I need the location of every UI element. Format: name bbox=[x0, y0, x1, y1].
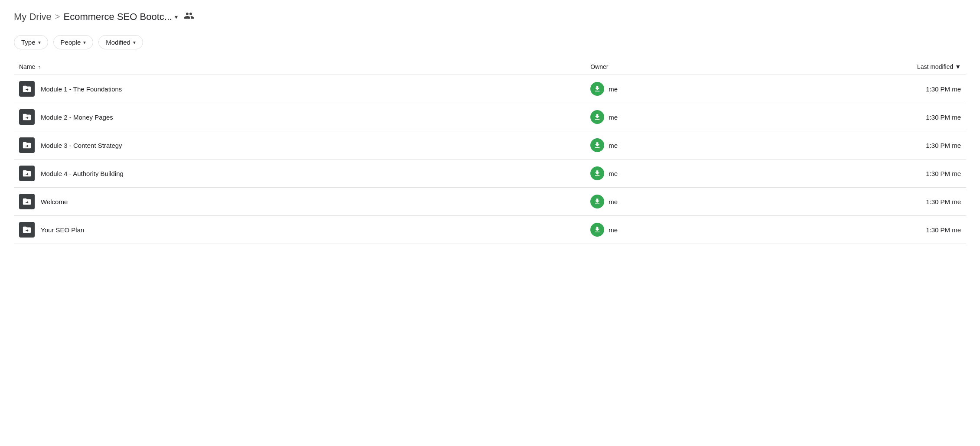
last-modified-col-label: Last modified bbox=[917, 63, 953, 70]
folder-icon bbox=[19, 109, 35, 125]
table-row[interactable]: Welcome me 1:30 PM me bbox=[14, 188, 966, 216]
current-folder-label[interactable]: Ecommerce SEO Bootc... ▾ bbox=[63, 11, 178, 23]
folder-icon bbox=[19, 81, 35, 97]
owner-name-text: me bbox=[609, 198, 618, 205]
type-filter-label: Type bbox=[21, 39, 36, 46]
name-col-label: Name bbox=[19, 63, 35, 70]
type-chevron-icon: ▾ bbox=[38, 39, 41, 46]
download-icon bbox=[590, 223, 604, 237]
file-name-text: Module 3 - Content Strategy bbox=[41, 142, 122, 149]
owner-name-text: me bbox=[609, 170, 618, 177]
modified-filter-button[interactable]: Modified ▾ bbox=[98, 35, 143, 49]
download-icon bbox=[590, 138, 604, 152]
col-header-last-modified[interactable]: Last modified ▼ bbox=[776, 60, 966, 75]
file-table: Name ↑ Owner Last modified ▼ bbox=[14, 60, 966, 244]
folder-icon bbox=[19, 222, 35, 238]
shared-people-icon[interactable] bbox=[184, 10, 194, 23]
people-chevron-icon: ▾ bbox=[83, 39, 86, 46]
folder-icon bbox=[19, 166, 35, 181]
download-icon bbox=[590, 195, 604, 208]
table-row[interactable]: Module 4 - Authority Building me 1:30 PM… bbox=[14, 160, 966, 188]
last-modified-cell: 1:30 PM me bbox=[776, 103, 966, 131]
last-modified-cell: 1:30 PM me bbox=[776, 160, 966, 188]
download-icon bbox=[590, 166, 604, 180]
folder-icon bbox=[19, 137, 35, 153]
last-modified-cell: 1:30 PM me bbox=[776, 188, 966, 216]
people-filter-label: People bbox=[61, 39, 81, 46]
owner-name-text: me bbox=[609, 85, 618, 93]
last-modified-cell: 1:30 PM me bbox=[776, 75, 966, 103]
file-name-text: Module 4 - Authority Building bbox=[41, 170, 124, 177]
table-row[interactable]: Module 1 - The Foundations me 1:30 PM me bbox=[14, 75, 966, 103]
name-sort-icon: ↑ bbox=[38, 64, 41, 70]
modified-filter-label: Modified bbox=[106, 39, 130, 46]
download-icon bbox=[590, 82, 604, 96]
owner-name-text: me bbox=[609, 226, 618, 234]
col-header-name[interactable]: Name ↑ bbox=[14, 60, 585, 75]
last-modified-cell: 1:30 PM me bbox=[776, 216, 966, 244]
breadcrumb: My Drive > Ecommerce SEO Bootc... ▾ bbox=[14, 10, 966, 23]
table-row[interactable]: Module 2 - Money Pages me 1:30 PM me bbox=[14, 103, 966, 131]
type-filter-button[interactable]: Type ▾ bbox=[14, 35, 48, 49]
my-drive-link[interactable]: My Drive bbox=[14, 11, 52, 23]
table-row[interactable]: Module 3 - Content Strategy me 1:30 PM m… bbox=[14, 131, 966, 160]
last-modified-cell: 1:30 PM me bbox=[776, 131, 966, 160]
breadcrumb-separator: > bbox=[55, 12, 60, 22]
file-name-text: Welcome bbox=[41, 198, 68, 205]
file-name-text: Module 2 - Money Pages bbox=[41, 114, 113, 121]
filter-bar: Type ▾ People ▾ Modified ▾ bbox=[14, 35, 966, 49]
folder-dropdown-icon[interactable]: ▾ bbox=[175, 13, 178, 20]
people-filter-button[interactable]: People ▾ bbox=[53, 35, 94, 49]
download-icon bbox=[590, 110, 604, 124]
table-row[interactable]: Your SEO Plan me 1:30 PM me bbox=[14, 216, 966, 244]
owner-col-label: Owner bbox=[590, 63, 608, 70]
folder-icon bbox=[19, 194, 35, 209]
file-name-text: Module 1 - The Foundations bbox=[41, 85, 122, 93]
modified-chevron-icon: ▾ bbox=[133, 39, 136, 46]
owner-name-text: me bbox=[609, 114, 618, 121]
owner-name-text: me bbox=[609, 142, 618, 149]
table-header-row: Name ↑ Owner Last modified ▼ bbox=[14, 60, 966, 75]
file-name-text: Your SEO Plan bbox=[41, 226, 84, 234]
last-modified-sort-icon: ▼ bbox=[955, 63, 961, 70]
folder-name-text: Ecommerce SEO Bootc... bbox=[63, 11, 172, 23]
col-header-owner[interactable]: Owner bbox=[585, 60, 775, 75]
